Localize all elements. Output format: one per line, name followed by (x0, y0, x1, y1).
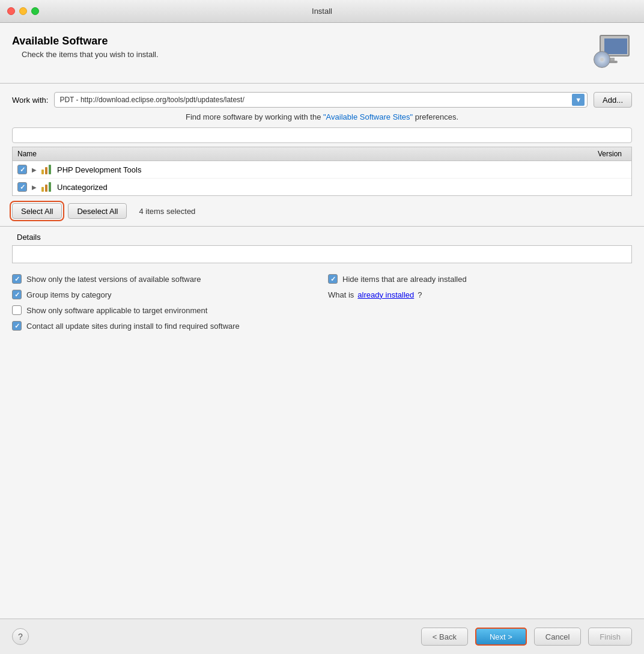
table-header: Name Version (13, 147, 631, 161)
opt-label-3: Group items by category (26, 290, 112, 299)
footer: ? < Back Next > Cancel Finish (0, 619, 644, 654)
deselect-all-button[interactable]: Deselect All (68, 203, 127, 219)
software-table: Name Version ▶ PHP Development Tools ▶ (12, 147, 632, 196)
opt-label-4: Show only software applicable to target … (26, 306, 207, 315)
opt-checkbox-4[interactable] (12, 305, 22, 315)
header-divider (0, 83, 644, 84)
finish-button[interactable]: Finish (588, 628, 632, 646)
details-section: Details (12, 233, 632, 269)
next-button[interactable]: Next > (475, 628, 527, 646)
column-version: Version (554, 150, 627, 158)
opt-checkbox-3[interactable] (12, 290, 22, 299)
details-content (12, 245, 632, 263)
option-row-3: Group items by category (12, 290, 316, 299)
work-with-dropdown[interactable]: PDT - http://download.eclipse.org/tools/… (54, 92, 588, 108)
opt-checkbox-1[interactable] (12, 274, 22, 284)
select-all-button[interactable]: Select All (12, 203, 62, 219)
option-row-1: Show only the latest versions of availab… (12, 274, 316, 284)
options-grid: Show only the latest versions of availab… (12, 274, 632, 331)
option-row-4: Show only software applicable to target … (12, 305, 316, 315)
maximize-button[interactable] (31, 7, 39, 15)
table-row: ▶ PHP Development Tools (13, 161, 631, 179)
already-installed-suffix: ? (418, 290, 422, 299)
add-button[interactable]: Add... (594, 92, 632, 108)
back-button[interactable]: < Back (421, 628, 468, 646)
table-row: ▶ Uncategorized (13, 179, 631, 195)
minimize-button[interactable] (19, 7, 27, 15)
monitor-screen (604, 38, 627, 54)
dropdown-arrow-icon[interactable]: ▼ (572, 94, 585, 106)
opt-label-1: Show only the latest versions of availab… (26, 275, 201, 284)
sites-link-prefix: Find more software by working with the (186, 112, 323, 121)
row-checkbox-uncat[interactable] (17, 182, 27, 192)
sites-link-suffix: preferences. (413, 112, 458, 121)
header-icon (594, 35, 632, 73)
already-installed-prefix: What is (328, 290, 354, 299)
selected-count: 4 items selected (139, 207, 195, 216)
work-with-value: PDT - http://download.eclipse.org/tools/… (59, 96, 244, 104)
opt-label-2: Hide items that are already installed (342, 275, 467, 284)
row-expander-php[interactable]: ▶ (31, 166, 38, 173)
monitor-icon (594, 35, 630, 68)
section-divider-2 (0, 226, 644, 227)
traffic-lights (7, 7, 39, 15)
row-name-php: PHP Development Tools (57, 165, 551, 174)
search-input[interactable] (12, 127, 632, 143)
details-label: Details (17, 233, 632, 242)
row-icon-uncat (41, 182, 53, 192)
help-button[interactable]: ? (12, 628, 29, 645)
close-button[interactable] (7, 7, 15, 15)
row-expander-uncat[interactable]: ▶ (31, 183, 38, 191)
buttons-row: Select All Deselect All 4 items selected (12, 203, 632, 219)
work-with-row: Work with: PDT - http://download.eclipse… (12, 92, 632, 108)
sites-link-row: Find more software by working with the "… (12, 112, 632, 121)
already-installed-row: What is already installed ? (328, 290, 632, 299)
main-content: Available Software Check the items that … (0, 23, 644, 654)
page-title: Available Software (12, 35, 159, 47)
header-left: Available Software Check the items that … (12, 35, 159, 59)
window-title: Install (312, 7, 332, 16)
cd-hole (600, 58, 604, 61)
cd-icon (594, 51, 610, 68)
option-row-2: Hide items that are already installed (328, 274, 632, 284)
opt-checkbox-5[interactable] (12, 321, 22, 331)
column-name: Name (17, 150, 554, 158)
header: Available Software Check the items that … (12, 35, 632, 73)
row-checkbox-php[interactable] (17, 165, 27, 174)
titlebar: Install (0, 0, 644, 23)
opt-label-5: Contact all update sites during install … (26, 322, 240, 331)
table-body: ▶ PHP Development Tools ▶ Uncategor (13, 161, 631, 195)
opt-checkbox-2[interactable] (328, 274, 338, 284)
row-icon-php (41, 165, 53, 174)
empty-cell (328, 305, 632, 315)
option-row-5: Contact all update sites during install … (12, 321, 632, 331)
row-name-uncat: Uncategorized (57, 183, 551, 192)
page-subtitle: Check the items that you wish to install… (22, 50, 159, 59)
available-software-sites-link[interactable]: "Available Software Sites" (323, 112, 413, 121)
already-installed-link[interactable]: already installed (357, 290, 414, 299)
work-with-label: Work with: (12, 96, 48, 105)
cancel-button[interactable]: Cancel (534, 628, 581, 646)
